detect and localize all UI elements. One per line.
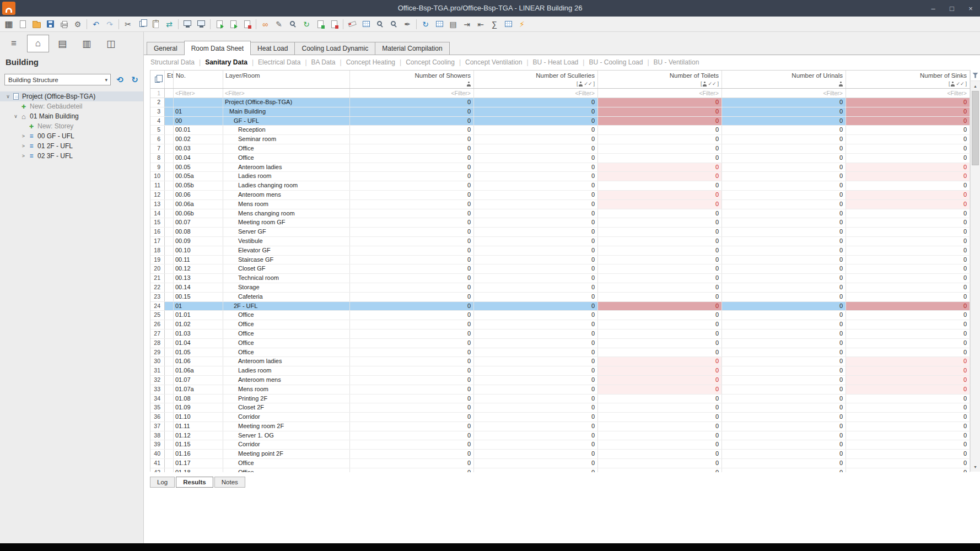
cell-sculleries[interactable]: 0 [474,283,598,292]
cell-showers[interactable]: 0 [350,172,474,181]
table-row[interactable]: 1800.10Elevator GF00000 [150,246,970,256]
cell-no[interactable]: 00.04 [174,154,223,163]
table-row[interactable]: 2601.02Office00000 [150,320,970,329]
cell-sculleries[interactable]: 0 [474,422,598,431]
cell-urinals[interactable]: 0 [722,172,846,181]
cell-sinks[interactable]: 0 [846,126,970,134]
cell-no[interactable]: 00.06 [174,191,223,199]
cell-showers[interactable]: 0 [350,144,474,153]
table-row[interactable]: 1700.09Vestibule00000 [150,237,970,246]
table-row[interactable]: 3001.06Anteroom ladies00000 [150,357,970,366]
cell-urinals[interactable]: 0 [722,403,846,412]
cell-room[interactable]: Staircase GF [223,256,350,264]
cell-sculleries[interactable]: 0 [474,431,598,440]
cell-sinks[interactable]: 0 [846,413,970,422]
cell-toilets[interactable]: 0 [598,107,722,116]
cell-toilets[interactable]: 0 [598,172,722,181]
cell-et[interactable] [165,395,174,403]
cell-et[interactable] [165,450,174,458]
cell-sculleries[interactable]: 0 [474,450,598,458]
row-number[interactable]: 32 [150,376,165,385]
row-number[interactable]: 35 [150,403,165,412]
cell-et[interactable] [165,431,174,440]
scroll-up-button[interactable]: ▲ [971,82,980,90]
cell-no[interactable]: 01.15 [174,440,223,449]
cell-sculleries[interactable]: 0 [474,403,598,412]
cell-sinks[interactable]: 0 [846,163,970,172]
cell-et[interactable] [165,218,174,227]
table-row[interactable]: 2701.03Office00000 [150,329,970,339]
cell-room[interactable]: Office [223,329,350,338]
cell-et[interactable] [165,348,174,357]
building-view-icon[interactable]: ⌂ [27,35,49,52]
cell-sinks[interactable]: 0 [846,385,970,394]
cell-toilets[interactable]: 0 [598,274,722,283]
cell-no[interactable] [174,98,223,107]
cell-sculleries[interactable]: 0 [474,144,598,153]
cell-urinals[interactable]: 0 [722,385,846,394]
cell-sinks[interactable]: 0 [846,376,970,385]
filter-cell-urinals[interactable]: <Filter> [722,89,846,98]
row-number[interactable]: 6 [150,135,165,144]
cell-room[interactable]: Corridor [223,413,350,422]
tab-heat-load[interactable]: Heat Load [250,42,295,55]
cell-et[interactable] [165,98,174,107]
cell-no[interactable]: 00.03 [174,144,223,153]
screen-add-icon[interactable] [195,18,208,30]
table-row[interactable]: 3401.08Printing 2F00000 [150,395,970,404]
cell-room[interactable]: Mens room [223,200,350,209]
cell-sculleries[interactable]: 0 [474,256,598,264]
cell-et[interactable] [165,440,174,449]
cell-sinks[interactable]: 0 [846,218,970,227]
cell-showers[interactable]: 0 [350,311,474,320]
table-settings-icon[interactable] [433,18,446,30]
row-number[interactable]: 29 [150,348,165,357]
cell-sculleries[interactable]: 0 [474,413,598,422]
cell-room[interactable]: Anteroom mens [223,191,350,199]
tab-general[interactable]: General [147,42,185,55]
cell-no[interactable]: 00.06a [174,200,223,209]
cell-sinks[interactable]: 0 [846,264,970,273]
cell-showers[interactable]: 0 [350,200,474,209]
cell-room[interactable]: Printing 2F [223,395,350,403]
cell-room[interactable]: 2F - UFL [223,302,350,311]
table-blue-icon[interactable] [359,18,373,30]
cell-showers[interactable]: 0 [350,246,474,255]
cell-sinks[interactable]: 0 [846,431,970,440]
cell-room[interactable]: Meeting room 2F [223,422,350,431]
column-header-sculleries[interactable]: Number of Sculleries[✓✓] [474,71,598,88]
cell-toilets[interactable]: 0 [598,302,722,311]
save-icon[interactable] [44,18,57,30]
cell-urinals[interactable]: 0 [722,117,846,126]
cell-showers[interactable]: 0 [350,450,474,458]
cell-room[interactable]: Anteroom ladies [223,357,350,366]
cell-room[interactable]: Office [223,468,350,472]
bottom-tab-results[interactable]: Results [176,477,213,488]
document-search-icon[interactable] [286,18,299,30]
cell-et[interactable] [165,191,174,199]
document-alert-icon[interactable] [327,18,341,30]
cell-room[interactable]: Ladies room [223,172,350,181]
cell-room[interactable]: Project (Office-Bsp-TGA) [223,98,350,107]
cell-room[interactable]: Office [223,144,350,153]
measure-icon[interactable] [346,18,359,30]
minimize-button[interactable]: – [924,0,943,17]
table-row[interactable]: 1200.06Anteroom mens00000 [150,191,970,200]
cell-urinals[interactable]: 0 [722,274,846,283]
cell-sinks[interactable]: 0 [846,200,970,209]
cell-no[interactable]: 01.03 [174,329,223,338]
cell-urinals[interactable]: 0 [722,413,846,422]
cell-room[interactable]: GF - UFL [223,117,350,126]
cell-urinals[interactable]: 0 [722,144,846,153]
cell-showers[interactable]: 0 [350,117,474,126]
scroll-down-button[interactable]: ▼ [971,462,980,471]
cell-urinals[interactable]: 0 [722,348,846,357]
row-number[interactable]: 16 [150,228,165,236]
menu-icon[interactable]: ≡ [3,35,25,52]
cell-sculleries[interactable]: 0 [474,218,598,227]
subtab-ba-data[interactable]: BA Data [307,58,340,66]
table-row[interactable]: 2200.14Storage00000 [150,283,970,293]
cell-sinks[interactable]: 0 [846,395,970,403]
cell-no[interactable]: 00.07 [174,218,223,227]
cell-no[interactable]: 01 [174,107,223,116]
